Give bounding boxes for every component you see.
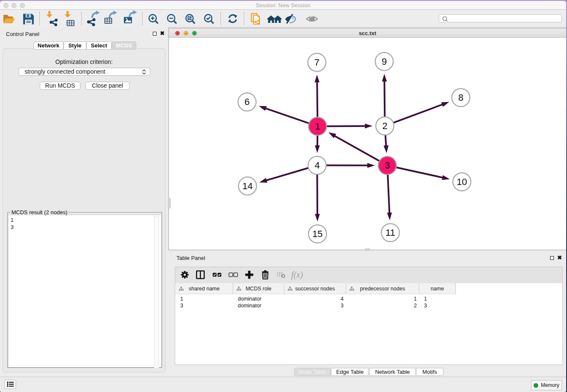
svg-text:f(x): f(x)	[291, 270, 303, 280]
svg-text:8: 8	[458, 92, 463, 103]
svg-text:1: 1	[315, 121, 320, 132]
svg-text:2: 2	[382, 121, 387, 131]
svg-text:6: 6	[245, 97, 250, 107]
svg-text:4: 4	[314, 160, 319, 171]
svg-text:10: 10	[457, 177, 467, 187]
svg-text:14: 14	[242, 181, 253, 191]
svg-text:3: 3	[385, 160, 390, 171]
svg-text:7: 7	[314, 57, 319, 68]
svg-text:15: 15	[312, 229, 322, 239]
svg-text:9: 9	[382, 56, 387, 67]
svg-text:11: 11	[385, 227, 395, 238]
